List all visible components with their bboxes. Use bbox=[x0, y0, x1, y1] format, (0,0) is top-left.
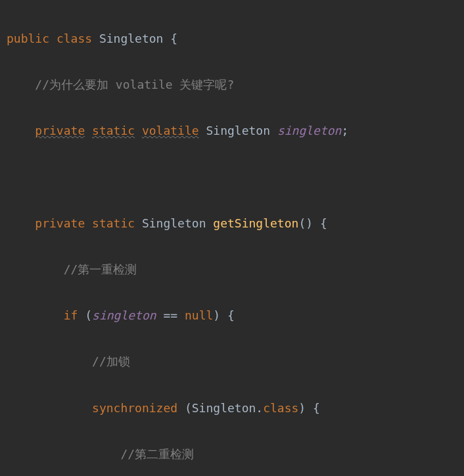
keyword-private: private bbox=[35, 124, 85, 137]
paren-open: ( bbox=[185, 401, 192, 415]
field-ref: singleton bbox=[92, 308, 156, 322]
semicolon: ; bbox=[341, 124, 348, 137]
keyword-class: class bbox=[263, 401, 298, 415]
keyword-null: null bbox=[185, 308, 213, 322]
operator-eq: == bbox=[163, 308, 177, 322]
code-line: //第一重检测 bbox=[7, 258, 464, 281]
paren-close: ) bbox=[298, 401, 306, 415]
paren-open: ( bbox=[85, 308, 92, 322]
keyword-synchronized: synchronized bbox=[92, 401, 177, 415]
comment: //加锁 bbox=[92, 354, 130, 368]
brace-open: { bbox=[313, 401, 320, 415]
field-name: singleton bbox=[277, 124, 342, 137]
keyword-volatile: volatile bbox=[142, 124, 199, 137]
code-line: //为什么要加 volatile 关键字呢? bbox=[7, 73, 464, 96]
parens: () bbox=[298, 216, 313, 230]
code-line: //第二重检测 bbox=[7, 442, 464, 465]
dot: . bbox=[256, 401, 263, 415]
keyword-static: static bbox=[92, 216, 135, 230]
code-editor[interactable]: public class Singleton { //为什么要加 volatil… bbox=[0, 0, 464, 476]
code-line-empty bbox=[7, 166, 464, 189]
comment: //为什么要加 volatile 关键字呢? bbox=[35, 78, 234, 91]
class-name: Singleton bbox=[99, 32, 164, 45]
code-line: private static Singleton getSingleton() … bbox=[7, 212, 464, 235]
type-name: Singleton bbox=[206, 124, 270, 137]
code-line: synchronized (Singleton.class) { bbox=[7, 396, 464, 419]
keyword-private: private bbox=[35, 216, 85, 230]
comment: //第一重检测 bbox=[64, 262, 137, 276]
return-type: Singleton bbox=[142, 216, 206, 230]
comment: //第二重检测 bbox=[120, 447, 194, 461]
brace-open: { bbox=[170, 32, 177, 45]
brace-open: { bbox=[320, 216, 327, 230]
code-line: //加锁 bbox=[7, 350, 464, 373]
code-line: if (singleton == null) { bbox=[7, 304, 464, 327]
keyword-if: if bbox=[64, 308, 78, 322]
code-line: public class Singleton { bbox=[7, 27, 464, 50]
keyword-public: public bbox=[7, 32, 49, 45]
paren-close: ) bbox=[213, 308, 220, 322]
class-ref: Singleton bbox=[192, 401, 256, 415]
keyword-static: static bbox=[92, 124, 135, 137]
brace-open: { bbox=[227, 308, 235, 322]
keyword-class: class bbox=[57, 32, 92, 45]
code-line: private static volatile Singleton single… bbox=[7, 119, 464, 142]
method-name: getSingleton bbox=[213, 216, 298, 230]
